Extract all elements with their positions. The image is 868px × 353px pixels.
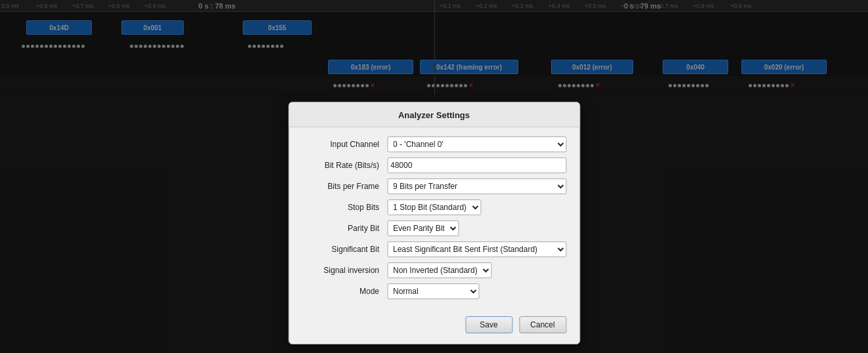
bits-per-frame-control[interactable]: 7 Bits per Transfer 8 Bits per Transfer … — [387, 178, 566, 194]
input-channel-label: Input Channel — [302, 140, 387, 149]
cancel-button[interactable]: Cancel — [519, 316, 566, 333]
significant-bit-row: Significant Bit Least Significant Bit Se… — [302, 241, 566, 257]
parity-bit-select[interactable]: No Parity Bit Odd Parity Bit Even Parity… — [387, 220, 459, 236]
bits-per-frame-select[interactable]: 7 Bits per Transfer 8 Bits per Transfer … — [387, 178, 566, 194]
parity-bit-control[interactable]: No Parity Bit Odd Parity Bit Even Parity… — [387, 220, 566, 236]
input-channel-select[interactable]: 0 - 'Channel 0' 1 - 'Channel 1' 2 - 'Cha… — [387, 136, 566, 152]
significant-bit-select[interactable]: Least Significant Bit Sent First (Standa… — [387, 241, 566, 257]
input-channel-control[interactable]: 0 - 'Channel 0' 1 - 'Channel 1' 2 - 'Cha… — [387, 136, 566, 152]
bit-rate-row: Bit Rate (Bits/s) — [302, 157, 566, 173]
mode-label: Mode — [302, 287, 387, 296]
save-button[interactable]: Save — [465, 316, 512, 333]
mode-select[interactable]: Normal Strict — [387, 283, 479, 299]
significant-bit-label: Significant Bit — [302, 245, 387, 254]
parity-bit-row: Parity Bit No Parity Bit Odd Parity Bit … — [302, 220, 566, 236]
bit-rate-input[interactable] — [387, 157, 566, 173]
signal-inversion-label: Signal inversion — [302, 266, 387, 275]
mode-control[interactable]: Normal Strict — [387, 283, 566, 299]
signal-inversion-control[interactable]: Non Inverted (Standard) Inverted — [387, 262, 566, 278]
input-channel-row: Input Channel 0 - 'Channel 0' 1 - 'Chann… — [302, 136, 566, 152]
significant-bit-control[interactable]: Least Significant Bit Sent First (Standa… — [387, 241, 566, 257]
bit-rate-label: Bit Rate (Bits/s) — [302, 161, 387, 170]
bits-per-frame-row: Bits per Frame 7 Bits per Transfer 8 Bit… — [302, 178, 566, 194]
parity-bit-label: Parity Bit — [302, 224, 387, 233]
dialog-title: Analyzer Settings — [289, 102, 579, 127]
dialog-body: Input Channel 0 - 'Channel 0' 1 - 'Chann… — [289, 127, 579, 307]
bits-per-frame-label: Bits per Frame — [302, 182, 387, 191]
stop-bits-control[interactable]: 1 Stop Bit (Standard) 2 Stop Bits — [387, 199, 566, 215]
stop-bits-row: Stop Bits 1 Stop Bit (Standard) 2 Stop B… — [302, 199, 566, 215]
bit-rate-control[interactable] — [387, 157, 566, 173]
stop-bits-select[interactable]: 1 Stop Bit (Standard) 2 Stop Bits — [387, 199, 481, 215]
signal-inversion-select[interactable]: Non Inverted (Standard) Inverted — [387, 262, 491, 278]
analyzer-settings-dialog: Analyzer Settings Input Channel 0 - 'Cha… — [288, 102, 580, 344]
signal-inversion-row: Signal inversion Non Inverted (Standard)… — [302, 262, 566, 278]
dialog-footer: Save Cancel — [289, 307, 579, 333]
stop-bits-label: Stop Bits — [302, 203, 387, 212]
mode-row: Mode Normal Strict — [302, 283, 566, 299]
